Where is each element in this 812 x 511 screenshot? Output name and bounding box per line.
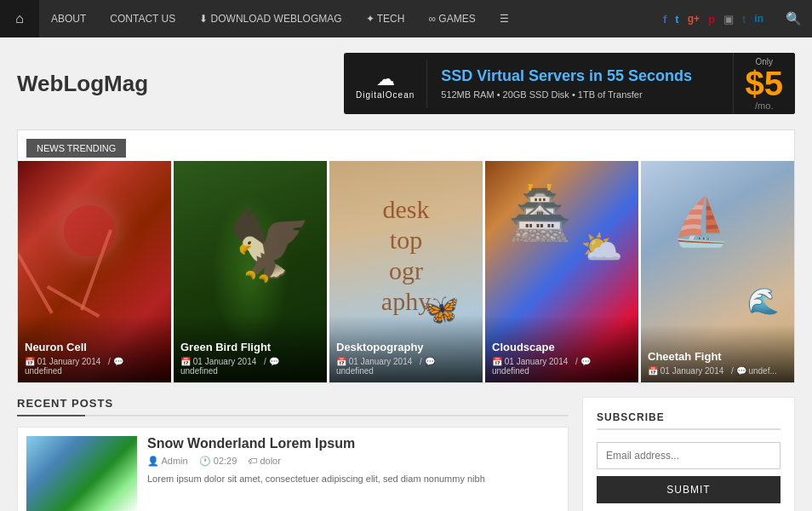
recent-post-thumbnail (26, 436, 137, 511)
subscribe-box: SUBSCRIBE Submit (582, 397, 795, 511)
ad-headline: SSD Virtual Servers in 55 Seconds (441, 67, 718, 86)
trending-overlay-2: Green Bird Flight 📅 01 January 2014 / 💬 … (174, 315, 327, 382)
recent-posts-title: RECENT POSTS (17, 397, 569, 416)
trending-item-2[interactable]: 🦅 Green Bird Flight 📅 01 January 2014 / … (174, 161, 329, 382)
trending-meta-5: 📅 01 January 2014 / 💬 undef... (648, 366, 787, 376)
nav-games[interactable]: ∞ GAMES (416, 0, 487, 37)
trending-item-5[interactable]: ⛵ 🌊 Cheetah Fight 📅 01 January 2014 / 💬 … (641, 161, 794, 382)
trending-title-3: Desktopography (336, 341, 476, 353)
trending-meta-2: 📅 01 January 2014 / 💬 undefined (180, 357, 320, 376)
ad-logo: ☁ DigitalOcean (344, 60, 427, 108)
trending-meta-1: 📅 01 January 2014 / 💬 undefined (25, 357, 164, 376)
nav-links: ABOUT CONTACT US ⬇ DOWNLOAD WEBLOGMAG ✦ … (39, 0, 651, 37)
post-tag: 🏷 dolor (248, 456, 281, 466)
ad-price-num: $5 (746, 66, 784, 100)
post-time: 🕐 02:29 (199, 456, 237, 466)
recent-posts-section: RECENT POSTS Snow Wonderland Lorem Ipsum… (17, 397, 569, 511)
search-button[interactable]: 🔍 (775, 11, 812, 26)
site-header: WebLogMag ☁ DigitalOcean SSD Virtual Ser… (0, 37, 812, 129)
trending-label: News Trending (26, 139, 126, 158)
nav-contact[interactable]: CONTACT US (98, 0, 187, 37)
home-button[interactable]: ⌂ (0, 0, 39, 37)
pinterest-link[interactable]: p (708, 13, 715, 26)
trending-title-5: Cheetah Fight (648, 350, 787, 363)
trending-title-1: Neuron Cell (25, 341, 164, 353)
trending-item-1[interactable]: Neuron Cell 📅 01 January 2014 / 💬 undefi… (18, 161, 174, 382)
instagram-link[interactable]: ▣ (723, 13, 734, 26)
site-title: WebLogMag (17, 71, 148, 97)
recent-post-content: Snow Wonderland Lorem Ipsum 👤 Admin 🕐 02… (147, 436, 559, 511)
trending-overlay-1: Neuron Cell 📅 01 January 2014 / 💬 undefi… (18, 315, 171, 382)
nav-tech[interactable]: ✦ TECH (354, 0, 417, 37)
recent-post-author: 👤 Admin 🕐 02:29 🏷 dolor (147, 456, 559, 467)
subscribe-button[interactable]: Submit (597, 476, 781, 503)
nav-download[interactable]: ⬇ DOWNLOAD WEBLOGMAG (187, 0, 353, 37)
subscribe-title: SUBSCRIBE (597, 411, 781, 430)
trending-meta-4: 📅 01 January 2014 / 💬 undefined (492, 357, 632, 376)
ad-banner[interactable]: ☁ DigitalOcean SSD Virtual Servers in 55… (344, 53, 795, 114)
recent-post-item: Snow Wonderland Lorem Ipsum 👤 Admin 🕐 02… (17, 427, 569, 511)
main-nav: ⌂ ABOUT CONTACT US ⬇ DOWNLOAD WEBLOGMAG … (0, 0, 812, 37)
trending-overlay-5: Cheetah Fight 📅 01 January 2014 / 💬 unde… (641, 324, 794, 382)
linkedin-link[interactable]: in (754, 13, 763, 25)
trending-grid: Neuron Cell 📅 01 January 2014 / 💬 undefi… (18, 161, 794, 382)
ad-price: Only $5 /mo. (733, 53, 796, 114)
home-icon: ⌂ (15, 11, 24, 26)
ad-logo-icon: ☁ (376, 68, 395, 90)
sidebar: SUBSCRIBE Submit (582, 397, 795, 511)
ad-content: SSD Virtual Servers in 55 Seconds 512MB … (427, 59, 732, 108)
trending-meta-3: 📅 01 January 2014 / 💬 undefined (336, 357, 476, 376)
twitter-link[interactable]: t (675, 13, 678, 26)
main-content: RECENT POSTS Snow Wonderland Lorem Ipsum… (17, 397, 795, 511)
gplus-link[interactable]: g+ (688, 13, 700, 25)
social-links: f t g+ p ▣ t in (651, 13, 775, 26)
facebook-link[interactable]: f (663, 13, 666, 26)
nav-menu[interactable]: ☰ (488, 0, 521, 37)
ad-features: 512MB RAM • 20GB SSD Disk • 1TB of Trans… (441, 89, 718, 100)
trending-title-2: Green Bird Flight (180, 341, 320, 353)
trending-overlay-3: Desktopography 📅 01 January 2014 / 💬 und… (329, 315, 483, 382)
trending-item-3[interactable]: desktopography 🦋 Desktopography 📅 01 Jan… (329, 161, 485, 382)
email-input[interactable] (597, 442, 781, 469)
recent-post-excerpt: Lorem ipsum dolor sit amet, consectetuer… (147, 472, 559, 486)
recent-post-title-link[interactable]: Snow Wonderland Lorem Ipsum (147, 436, 355, 451)
trending-overlay-4: Cloudscape 📅 01 January 2014 / 💬 undefin… (485, 315, 638, 382)
trending-item-4[interactable]: 🏯 ⛅ Cloudscape 📅 01 January 2014 / 💬 und… (485, 161, 641, 382)
trending-section: News Trending Neuron Cell 📅 01 January 2… (17, 129, 795, 383)
nav-about[interactable]: ABOUT (39, 0, 98, 37)
trending-title-4: Cloudscape (492, 341, 632, 353)
author-name: 👤 Admin (147, 456, 188, 466)
ad-logo-text: DigitalOcean (356, 90, 415, 100)
tumblr-link[interactable]: t (742, 13, 746, 26)
